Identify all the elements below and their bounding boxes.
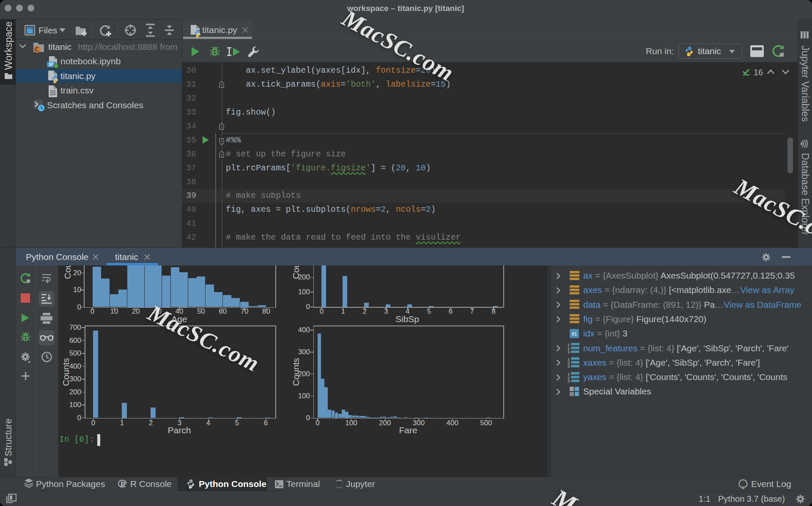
svg-text:R: R bbox=[121, 481, 126, 488]
svg-text:3: 3 bbox=[568, 364, 570, 368]
svg-text:3: 3 bbox=[568, 379, 570, 383]
svg-text:01: 01 bbox=[572, 331, 577, 336]
svg-text:IP: IP bbox=[49, 62, 53, 68]
svg-text:3: 3 bbox=[568, 350, 570, 353]
